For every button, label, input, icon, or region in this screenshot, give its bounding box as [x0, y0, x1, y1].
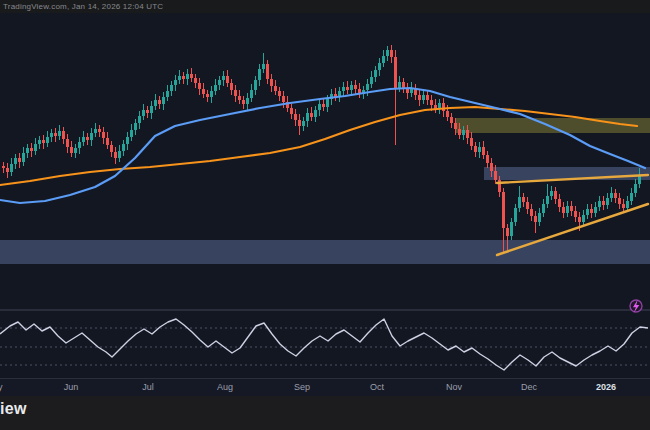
candle-body [550, 191, 553, 196]
candle-body [90, 133, 93, 140]
candle-body [246, 98, 249, 104]
candle-body [50, 133, 53, 137]
candle-body [538, 213, 541, 222]
resistance-band-slate [484, 167, 650, 180]
tradingview-watermark-clipped: iew [0, 400, 27, 418]
candle-body [210, 91, 213, 97]
candle-body [558, 199, 561, 207]
candle-body [514, 208, 517, 222]
candle-body [322, 104, 325, 107]
time-axis[interactable]: MayJunJulAugSepOctNovDec2026 [0, 378, 650, 396]
candle-body [114, 152, 117, 158]
candle-body [450, 117, 453, 123]
candle-body [134, 123, 137, 130]
candle-body [186, 74, 189, 79]
candle-body [598, 201, 601, 207]
candle-body [546, 196, 549, 204]
candle-body [38, 140, 41, 144]
candle-body [446, 111, 449, 117]
candle-body [522, 197, 525, 202]
candle-body [366, 84, 369, 90]
candle-body [218, 80, 221, 85]
candle-body [290, 108, 293, 114]
candle-body [274, 86, 277, 91]
candle-body [170, 85, 173, 91]
candle-body [482, 147, 485, 155]
candle-body [30, 148, 33, 151]
candle-body [258, 69, 261, 80]
candle-body [626, 201, 629, 208]
candle-body [278, 91, 281, 96]
candle-body [130, 130, 133, 137]
axis-month-label: Dec [512, 379, 546, 396]
candle-body [630, 193, 633, 201]
candle-body [262, 64, 265, 69]
candle-body [2, 166, 5, 168]
candle-body [178, 76, 181, 80]
candle-body [382, 56, 385, 63]
candle-body [318, 104, 321, 110]
candle-body [270, 79, 273, 86]
candle-body [346, 87, 349, 90]
axis-month-label: Jun [54, 379, 88, 396]
candle-body [18, 158, 21, 162]
candle-body [350, 85, 353, 90]
candle-body [182, 76, 185, 79]
candle-body [86, 137, 89, 140]
candle-body [122, 144, 125, 151]
axis-month-label: Nov [437, 379, 471, 396]
candle-body [610, 193, 613, 198]
candle-body [526, 202, 529, 209]
candle-body [430, 100, 433, 105]
candle-body [266, 64, 269, 79]
candle-body [614, 193, 617, 198]
candle-body [354, 85, 357, 89]
candlestick-series [2, 45, 641, 253]
candle-body [242, 100, 245, 104]
rsi-line [0, 319, 648, 370]
candle-body [582, 215, 585, 222]
candle-body [174, 80, 177, 85]
support-band-slate [0, 240, 650, 264]
candle-body [230, 83, 233, 90]
axis-month-label: 2026 [589, 379, 623, 396]
price-chart-canvas[interactable] [0, 0, 650, 430]
candle-body [502, 192, 505, 228]
candle-body [306, 113, 309, 121]
axis-month-label: Jul [131, 379, 165, 396]
candle-body [70, 147, 73, 153]
candle-body [158, 100, 161, 104]
candle-body [510, 222, 513, 236]
tradingview-chart-window: TradingView.com, Jan 14, 2026 12:04 UTC … [0, 0, 650, 430]
candle-body [462, 130, 465, 135]
lightning-icon[interactable] [630, 300, 642, 313]
candle-body [374, 70, 377, 77]
axis-month-label: Oct [360, 379, 394, 396]
candle-body [530, 209, 533, 216]
candle-body [574, 211, 577, 217]
candle-body [622, 204, 625, 208]
candle-body [566, 206, 569, 213]
bottom-strip: iew [0, 396, 650, 430]
candle-body [490, 163, 493, 171]
candle-body [62, 131, 65, 139]
candle-body [222, 76, 225, 80]
candle-body [542, 204, 545, 213]
candle-body [214, 85, 217, 91]
candle-body [78, 142, 81, 148]
candle-body [238, 96, 241, 100]
candle-body [94, 129, 97, 133]
candle-body [66, 139, 69, 147]
candle-body [478, 147, 481, 152]
rsi-pane [0, 310, 650, 370]
candle-body [422, 95, 425, 100]
candle-body [310, 113, 313, 117]
candle-body [10, 164, 13, 172]
candle-body [342, 87, 345, 91]
candle-body [82, 137, 85, 142]
candle-body [618, 198, 621, 204]
axis-month-label: May [0, 379, 11, 396]
candle-body [418, 95, 421, 100]
candle-body [594, 207, 597, 213]
candle-body [190, 74, 193, 78]
